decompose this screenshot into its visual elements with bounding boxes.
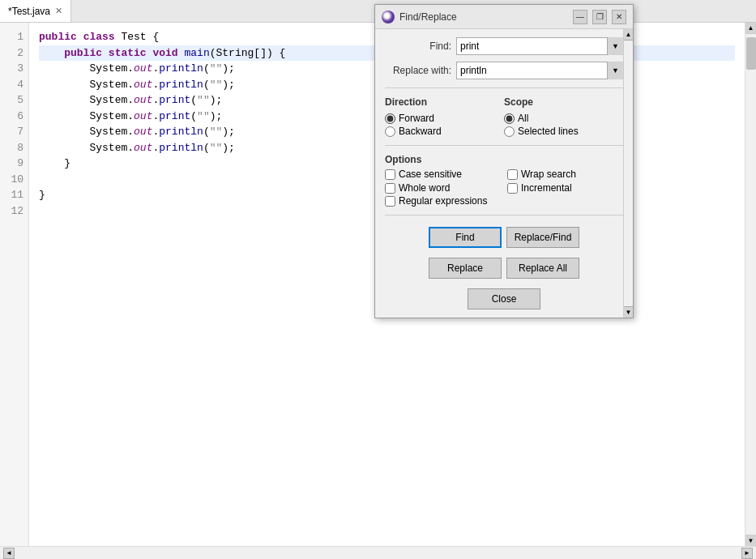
options-title: Options <box>385 154 623 165</box>
button-row-2: Replace Replace All <box>385 258 623 279</box>
all-radio[interactable] <box>504 113 515 124</box>
find-input-wrap: ▼ <box>456 37 623 55</box>
regex-checkbox[interactable] <box>385 196 395 207</box>
scroll-track <box>745 34 756 535</box>
dialog-scroll-down-arrow[interactable]: ▼ <box>624 306 633 318</box>
dialog-body: Find: ▼ Replace with: ▼ Direction Forwar… <box>375 29 633 318</box>
dialog-title: Find/Replace <box>399 11 568 23</box>
selected-lines-label: Selected lines <box>518 126 579 137</box>
whole-word-label: Whole word <box>399 182 450 194</box>
replace-label: Replace with: <box>385 65 451 76</box>
line-number: 7 <box>5 124 23 140</box>
divider2 <box>385 145 623 146</box>
editor-bottom-bar: ◄ ► <box>0 546 756 559</box>
direction-title: Direction <box>385 96 504 108</box>
backward-radio-row: Backward <box>385 126 504 137</box>
direction-section: Direction Forward Backward <box>385 96 504 137</box>
forward-radio[interactable] <box>385 113 395 124</box>
find-dropdown-button[interactable]: ▼ <box>607 37 623 55</box>
regex-label: Regular expressions <box>399 195 487 207</box>
incremental-checkbox[interactable] <box>507 183 518 194</box>
find-field-row: Find: ▼ <box>385 37 623 55</box>
replace-button[interactable]: Replace <box>429 258 502 279</box>
case-sensitive-checkbox[interactable] <box>385 169 395 180</box>
line-number: 10 <box>5 172 23 188</box>
line-number: 1 <box>5 29 23 45</box>
wrap-search-checkbox[interactable] <box>507 169 518 180</box>
incremental-row: Incremental <box>507 182 623 194</box>
whole-word-row: Whole word <box>385 182 501 194</box>
dialog-titlebar: Find/Replace — ❐ ✕ <box>375 5 633 29</box>
divider3 <box>385 215 623 215</box>
scroll-left-arrow[interactable]: ◄ <box>3 548 15 559</box>
wrap-search-row: Wrap search <box>507 169 623 180</box>
direction-scope-section: Direction Forward Backward Scope All <box>385 96 623 137</box>
line-number: 2 <box>5 45 23 62</box>
replace-dropdown-button[interactable]: ▼ <box>607 62 623 79</box>
line-numbers: 1 2 3 4 5 6 7 8 9 10 11 12 <box>0 23 29 546</box>
incremental-label: Incremental <box>521 182 572 194</box>
forward-radio-row: Forward <box>385 113 504 124</box>
close-button[interactable]: Close <box>468 288 540 309</box>
backward-radio[interactable] <box>385 126 395 137</box>
line-number: 8 <box>5 140 23 156</box>
case-sensitive-label: Case sensitive <box>399 169 462 180</box>
replace-input-wrap: ▼ <box>456 62 623 79</box>
dialog-scrollbar[interactable]: ▲ ▼ <box>623 29 633 318</box>
options-grid: Case sensitive Wrap search Whole word In… <box>385 169 623 194</box>
selected-lines-radio[interactable] <box>504 126 515 137</box>
line-number: 9 <box>5 156 23 172</box>
dialog-scroll-up-arrow[interactable]: ▲ <box>624 29 633 41</box>
horizontal-scroll-track[interactable] <box>15 549 741 557</box>
replace-find-button[interactable]: Replace/Find <box>506 227 579 248</box>
options-section: Options Case sensitive Wrap search Whole… <box>385 154 623 207</box>
backward-label: Backward <box>399 126 442 137</box>
dialog-restore-button[interactable]: ❐ <box>592 10 607 24</box>
dialog-minimize-button[interactable]: — <box>573 10 587 24</box>
scroll-thumb <box>746 37 756 70</box>
wrap-search-label: Wrap search <box>521 169 576 180</box>
scope-section: Scope All Selected lines <box>504 96 623 137</box>
editor-vertical-scrollbar[interactable]: ▲ ▼ <box>745 23 756 546</box>
find-input[interactable] <box>456 37 623 55</box>
all-radio-row: All <box>504 113 623 124</box>
dialog-scroll-track <box>624 41 633 306</box>
replace-input[interactable] <box>456 62 623 79</box>
case-sensitive-row: Case sensitive <box>385 169 501 180</box>
replace-field-row: Replace with: ▼ <box>385 62 623 79</box>
line-number: 12 <box>5 203 23 220</box>
dialog-close-button[interactable]: ✕ <box>612 10 626 24</box>
line-number: 6 <box>5 109 23 125</box>
all-label: All <box>518 113 528 124</box>
button-row-1: Find Replace/Find <box>385 227 623 248</box>
find-label: Find: <box>385 41 451 52</box>
whole-word-checkbox[interactable] <box>385 183 395 194</box>
divider <box>385 87 623 88</box>
scope-title: Scope <box>504 96 623 108</box>
scroll-right-arrow[interactable]: ► <box>741 548 753 559</box>
scroll-down-arrow[interactable]: ▼ <box>745 535 756 546</box>
dialog-icon <box>382 11 395 23</box>
find-button[interactable]: Find <box>429 227 502 248</box>
line-number: 11 <box>5 187 23 203</box>
line-number: 4 <box>5 77 23 93</box>
editor-tab[interactable]: *Test.java ✕ <box>0 0 71 22</box>
button-row-3: Close <box>385 288 623 309</box>
regex-row: Regular expressions <box>385 195 623 207</box>
editor-tab-label: *Test.java <box>8 6 50 17</box>
line-number: 5 <box>5 92 23 109</box>
selected-lines-radio-row: Selected lines <box>504 126 623 137</box>
replace-all-button[interactable]: Replace All <box>506 258 579 279</box>
find-replace-dialog: Find/Replace — ❐ ✕ Find: ▼ Replace with:… <box>374 4 634 318</box>
editor-tab-close-icon[interactable]: ✕ <box>55 6 62 16</box>
forward-label: Forward <box>399 113 434 124</box>
line-number: 3 <box>5 61 23 77</box>
scroll-up-arrow[interactable]: ▲ <box>745 23 756 34</box>
